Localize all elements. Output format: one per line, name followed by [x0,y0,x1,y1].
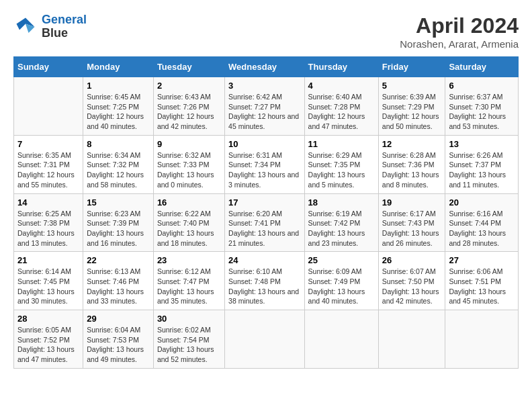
day-info: Sunrise: 6:19 AMSunset: 7:42 PMDaylight:… [308,209,375,248]
calendar-cell: 23 Sunrise: 6:12 AMSunset: 7:47 PMDaylig… [153,252,224,310]
logo: General Blue [13,13,87,40]
calendar-header-row: SundayMondayTuesdayWednesdayThursdayFrid… [14,57,519,77]
calendar-cell: 15 Sunrise: 6:23 AMSunset: 7:39 PMDaylig… [83,193,154,252]
calendar-header-sunday: Sunday [14,57,83,77]
logo-icon [13,15,38,39]
calendar-cell: 22 Sunrise: 6:13 AMSunset: 7:46 PMDaylig… [83,252,154,310]
calendar-week-row: 1 Sunrise: 6:45 AMSunset: 7:25 PMDayligh… [14,77,519,136]
calendar-cell: 9 Sunrise: 6:32 AMSunset: 7:33 PMDayligh… [153,135,224,193]
day-info: Sunrise: 6:09 AMSunset: 7:49 PMDaylight:… [308,267,375,306]
day-number: 10 [228,139,300,149]
day-number: 14 [17,197,79,208]
calendar-cell: 28 Sunrise: 6:05 AMSunset: 7:52 PMDaylig… [14,310,83,369]
day-info: Sunrise: 6:02 AMSunset: 7:54 PMDaylight:… [157,325,221,365]
day-info: Sunrise: 6:05 AMSunset: 7:52 PMDaylight:… [17,325,79,365]
calendar-cell: 24 Sunrise: 6:10 AMSunset: 7:48 PMDaylig… [225,252,304,310]
day-number: 30 [157,314,221,324]
calendar-week-row: 14 Sunrise: 6:25 AMSunset: 7:38 PMDaylig… [14,193,519,252]
calendar-cell: 11 Sunrise: 6:29 AMSunset: 7:35 PMDaylig… [304,135,378,193]
day-info: Sunrise: 6:28 AMSunset: 7:36 PMDaylight:… [382,150,442,190]
logo-text: General Blue [42,13,87,40]
day-number: 17 [228,197,300,208]
calendar-cell: 1 Sunrise: 6:45 AMSunset: 7:25 PMDayligh… [83,77,154,136]
page-header: General Blue April 2024 Norashen, Ararat… [13,13,519,50]
calendar-cell: 29 Sunrise: 6:04 AMSunset: 7:53 PMDaylig… [83,310,154,369]
day-number: 6 [449,81,515,91]
calendar-cell: 2 Sunrise: 6:43 AMSunset: 7:26 PMDayligh… [153,77,224,136]
calendar-header-saturday: Saturday [445,57,519,77]
page-title: April 2024 [400,13,519,38]
day-number: 13 [449,139,515,149]
day-info: Sunrise: 6:39 AMSunset: 7:29 PMDaylight:… [382,92,442,132]
calendar-week-row: 7 Sunrise: 6:35 AMSunset: 7:31 PMDayligh… [14,135,519,193]
calendar-header-friday: Friday [378,57,445,77]
calendar-cell: 13 Sunrise: 6:26 AMSunset: 7:37 PMDaylig… [445,135,519,193]
day-info: Sunrise: 6:29 AMSunset: 7:35 PMDaylight:… [308,150,375,190]
day-info: Sunrise: 6:26 AMSunset: 7:37 PMDaylight:… [449,150,515,190]
calendar-cell: 6 Sunrise: 6:37 AMSunset: 7:30 PMDayligh… [445,77,519,136]
calendar-cell: 3 Sunrise: 6:42 AMSunset: 7:27 PMDayligh… [225,77,304,136]
calendar-cell [304,310,378,369]
day-number: 4 [308,81,375,91]
day-number: 16 [157,197,221,208]
day-number: 12 [382,139,442,149]
day-number: 27 [449,255,515,265]
day-info: Sunrise: 6:37 AMSunset: 7:30 PMDaylight:… [449,92,515,132]
day-info: Sunrise: 6:34 AMSunset: 7:32 PMDaylight:… [87,150,150,190]
day-info: Sunrise: 6:42 AMSunset: 7:27 PMDaylight:… [228,92,300,132]
day-number: 23 [157,255,221,265]
calendar-cell [445,310,519,369]
day-info: Sunrise: 6:31 AMSunset: 7:34 PMDaylight:… [228,150,300,190]
calendar-cell [14,77,83,136]
calendar-cell: 5 Sunrise: 6:39 AMSunset: 7:29 PMDayligh… [378,77,445,136]
title-block: April 2024 Norashen, Ararat, Armenia [400,13,519,50]
day-number: 1 [87,81,150,91]
day-number: 18 [308,197,375,208]
day-number: 20 [449,197,515,208]
day-info: Sunrise: 6:12 AMSunset: 7:47 PMDaylight:… [157,267,221,306]
calendar-cell [378,310,445,369]
day-info: Sunrise: 6:14 AMSunset: 7:45 PMDaylight:… [17,267,79,306]
day-number: 29 [87,314,150,324]
day-info: Sunrise: 6:16 AMSunset: 7:44 PMDaylight:… [449,209,515,248]
calendar-cell: 7 Sunrise: 6:35 AMSunset: 7:31 PMDayligh… [14,135,83,193]
calendar-week-row: 28 Sunrise: 6:05 AMSunset: 7:52 PMDaylig… [14,310,519,369]
calendar-header-thursday: Thursday [304,57,378,77]
day-number: 5 [382,81,442,91]
calendar-cell [225,310,304,369]
calendar-header-wednesday: Wednesday [225,57,304,77]
day-number: 11 [308,139,375,149]
day-info: Sunrise: 6:45 AMSunset: 7:25 PMDaylight:… [87,92,150,132]
calendar-cell: 19 Sunrise: 6:17 AMSunset: 7:43 PMDaylig… [378,193,445,252]
day-number: 26 [382,255,442,265]
day-info: Sunrise: 6:04 AMSunset: 7:53 PMDaylight:… [87,325,150,365]
day-info: Sunrise: 6:22 AMSunset: 7:40 PMDaylight:… [157,209,221,248]
day-info: Sunrise: 6:10 AMSunset: 7:48 PMDaylight:… [228,267,300,306]
day-number: 21 [17,255,79,265]
day-number: 8 [87,139,150,149]
day-info: Sunrise: 6:32 AMSunset: 7:33 PMDaylight:… [157,150,221,190]
day-number: 15 [87,197,150,208]
day-info: Sunrise: 6:43 AMSunset: 7:26 PMDaylight:… [157,92,221,132]
calendar-cell: 4 Sunrise: 6:40 AMSunset: 7:28 PMDayligh… [304,77,378,136]
calendar-cell: 21 Sunrise: 6:14 AMSunset: 7:45 PMDaylig… [14,252,83,310]
day-info: Sunrise: 6:40 AMSunset: 7:28 PMDaylight:… [308,92,375,132]
day-info: Sunrise: 6:06 AMSunset: 7:51 PMDaylight:… [449,267,515,306]
day-info: Sunrise: 6:20 AMSunset: 7:41 PMDaylight:… [228,209,300,248]
calendar-table: SundayMondayTuesdayWednesdayThursdayFrid… [13,56,519,369]
calendar-cell: 12 Sunrise: 6:28 AMSunset: 7:36 PMDaylig… [378,135,445,193]
calendar-cell: 17 Sunrise: 6:20 AMSunset: 7:41 PMDaylig… [225,193,304,252]
calendar-cell: 27 Sunrise: 6:06 AMSunset: 7:51 PMDaylig… [445,252,519,310]
calendar-cell: 18 Sunrise: 6:19 AMSunset: 7:42 PMDaylig… [304,193,378,252]
day-info: Sunrise: 6:07 AMSunset: 7:50 PMDaylight:… [382,267,442,306]
day-number: 22 [87,255,150,265]
day-info: Sunrise: 6:25 AMSunset: 7:38 PMDaylight:… [17,209,79,248]
day-number: 3 [228,81,300,91]
day-number: 24 [228,255,300,265]
page-subtitle: Norashen, Ararat, Armenia [400,38,519,50]
calendar-cell: 14 Sunrise: 6:25 AMSunset: 7:38 PMDaylig… [14,193,83,252]
calendar-cell: 16 Sunrise: 6:22 AMSunset: 7:40 PMDaylig… [153,193,224,252]
calendar-header-monday: Monday [83,57,154,77]
day-number: 28 [17,314,79,324]
day-info: Sunrise: 6:17 AMSunset: 7:43 PMDaylight:… [382,209,442,248]
